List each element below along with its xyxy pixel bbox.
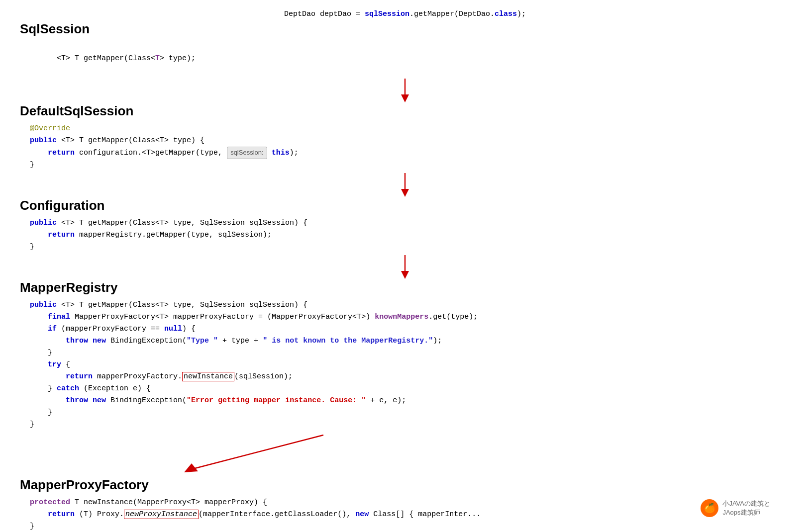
arrow-1 <box>398 79 412 103</box>
mapperproxyfactory-title: MapperProxyFactory <box>20 477 790 493</box>
watermark-text: 小JAVAの建筑と JAops建筑师 <box>722 499 770 517</box>
mapperregistry-section: MapperRegistry public <T> T getMapper(Cl… <box>20 280 790 431</box>
newproxyinstance-highlight: newProxyInstance <box>124 510 199 519</box>
configuration-code: public <T> T getMapper(Class<T> type, Sq… <box>20 217 790 253</box>
defaultsqlsession-title: DefaultSqlSession <box>20 103 790 119</box>
mapperproxyfactory-section: MapperProxyFactory protected T newInstan… <box>20 477 790 532</box>
diagonal-arrow-container <box>20 433 790 477</box>
defaultsqlsession-code: @Override public <T> T getMapper(Class<T… <box>20 123 790 171</box>
mapperregistry-code: public <T> T getMapper(Class<T> type, Sq… <box>20 299 790 431</box>
svg-marker-3 <box>401 189 409 197</box>
svg-line-6 <box>189 435 323 470</box>
top-code-line: DeptDao deptDao = sqlSession.getMapper(D… <box>20 10 790 18</box>
configuration-title: Configuration <box>20 198 790 213</box>
svg-marker-5 <box>401 271 409 279</box>
sqlsession-title: SqlSession <box>20 21 790 37</box>
sqlsession-code: <T> T getMapper(Class<T> type); <box>20 41 790 77</box>
watermark-icon: 🍊 <box>701 499 718 517</box>
arrow-3 <box>398 255 412 280</box>
configuration-section: Configuration public <T> T getMapper(Cla… <box>20 198 790 253</box>
diagonal-arrow <box>159 433 358 477</box>
arrow-2 <box>398 173 412 198</box>
watermark: 🍊 小JAVAの建筑と JAops建筑师 <box>701 499 770 517</box>
newinstance-highlight: newInstance <box>182 372 234 381</box>
svg-marker-1 <box>401 94 409 102</box>
mapperproxyfactory-code: protected T newInstance(MapperProxy<T> m… <box>20 497 790 532</box>
mapperregistry-title: MapperRegistry <box>20 280 790 295</box>
sqlsession-section: SqlSession <T> T getMapper(Class<T> type… <box>20 21 790 77</box>
defaultsqlsession-section: DefaultSqlSession @Override public <T> T… <box>20 103 790 171</box>
